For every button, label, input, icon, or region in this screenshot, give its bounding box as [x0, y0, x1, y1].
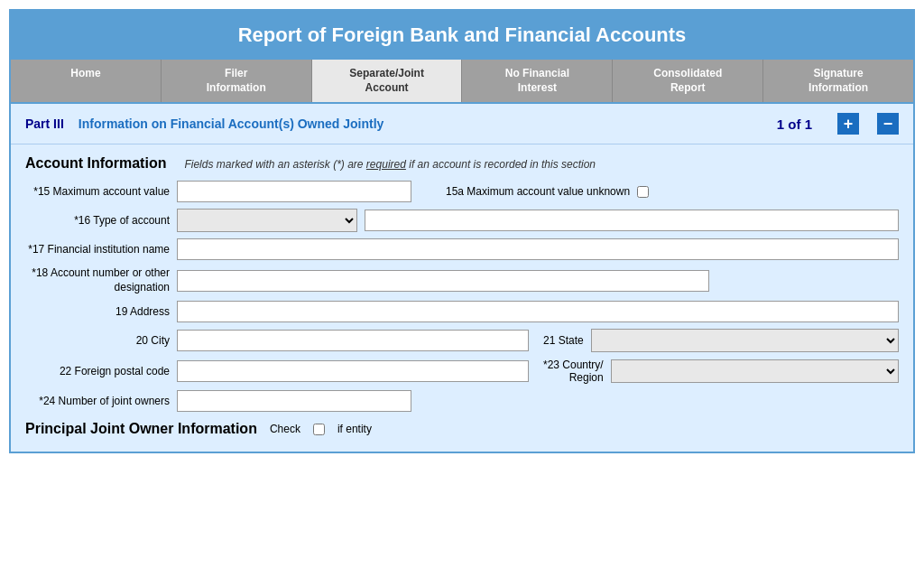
- section-header: Account Information Fields marked with a…: [25, 155, 899, 172]
- page-title: Report of Foreign Bank and Financial Acc…: [238, 23, 687, 46]
- section-note: Fields marked with an asterisk (*) are r…: [184, 158, 596, 171]
- label-field-24: *24 Number of joint owners: [25, 395, 170, 407]
- label-field-16: *16 Type of account: [25, 214, 170, 227]
- label-field-19: 19 Address: [25, 305, 170, 318]
- principal-joint-owner-section: Principal Joint Owner Information Check …: [25, 421, 899, 437]
- label-field-15: *15 Maximum account value: [25, 185, 170, 198]
- tab-signature-information[interactable]: Signature Information: [763, 60, 913, 102]
- nav-tabs: Home Filer Information Separate/Joint Ac…: [11, 60, 913, 104]
- row-field-15: *15 Maximum account value 15a Maximum ac…: [25, 181, 899, 202]
- part-bar: Part III Information on Financial Accoun…: [11, 104, 913, 144]
- row-field-18: *18 Account number or other designation: [25, 266, 899, 294]
- label-field-23: *23 Country/ Region: [543, 359, 604, 384]
- input-field-22[interactable]: [177, 360, 529, 382]
- input-field-18[interactable]: [177, 270, 709, 292]
- label-field-21: 21 State: [543, 334, 584, 347]
- part-title: Information on Financial Account(s) Owne…: [79, 116, 384, 131]
- checkbox-entity[interactable]: [313, 424, 325, 435]
- row-field-17: *17 Financial institution name: [25, 238, 899, 260]
- section-title: Account Information: [25, 155, 166, 172]
- select-field-16[interactable]: [177, 209, 357, 232]
- input-field-16b[interactable]: [365, 210, 899, 231]
- check-label: Check: [270, 423, 300, 435]
- row-field-24: *24 Number of joint owners: [25, 390, 899, 412]
- page-header: Report of Foreign Bank and Financial Acc…: [11, 11, 913, 60]
- label-field-18: *18 Account number or other designation: [25, 266, 170, 294]
- label-field-22: 22 Foreign postal code: [25, 365, 170, 377]
- input-field-15[interactable]: [177, 181, 411, 202]
- add-record-button[interactable]: +: [837, 113, 859, 135]
- tab-no-financial-interest[interactable]: No Financial Interest: [462, 60, 613, 102]
- remove-record-button[interactable]: −: [877, 113, 899, 135]
- row-field-20-21: 20 City 21 State: [25, 329, 899, 352]
- tab-filer-information[interactable]: Filer Information: [162, 60, 312, 102]
- tab-consolidated-report[interactable]: Consolidated Report: [613, 60, 763, 102]
- checkbox-field-15a[interactable]: [637, 186, 649, 198]
- part-label: Part III: [25, 116, 64, 131]
- row-field-22-23: 22 Foreign postal code *23 Country/ Regi…: [25, 359, 899, 384]
- select-field-21[interactable]: [591, 329, 899, 352]
- tab-home[interactable]: Home: [11, 60, 162, 102]
- select-field-23[interactable]: [611, 359, 899, 383]
- if-entity-label: if entity: [337, 423, 372, 435]
- label-field-17: *17 Financial institution name: [25, 243, 170, 256]
- row-field-19: 19 Address: [25, 301, 899, 322]
- part-counter: 1 of 1: [777, 116, 812, 132]
- main-content: Account Information Fields marked with a…: [11, 144, 913, 452]
- tab-separate-joint-account[interactable]: Separate/Joint Account: [312, 60, 463, 102]
- label-field-20: 20 City: [25, 334, 170, 347]
- input-field-17[interactable]: [177, 238, 899, 260]
- label-field-15a: 15a Maximum account value unknown: [446, 185, 630, 198]
- row-field-16: *16 Type of account: [25, 209, 899, 232]
- input-field-20[interactable]: [177, 330, 529, 351]
- input-field-19[interactable]: [177, 301, 899, 322]
- principal-title: Principal Joint Owner Information: [25, 421, 257, 437]
- input-field-24[interactable]: [177, 390, 411, 412]
